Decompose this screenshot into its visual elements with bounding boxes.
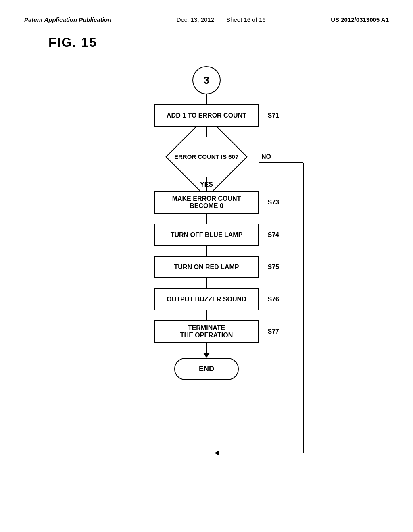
s73-container: MAKE ERROR COUNT BECOME 0 S73 bbox=[154, 191, 259, 214]
header-center: Dec. 13, 2012 Sheet 16 of 16 bbox=[177, 16, 266, 23]
s77-rect: TERMINATE THE OPERATION bbox=[154, 320, 259, 343]
page-header: Patent Application Publication Dec. 13, … bbox=[24, 16, 389, 23]
s73-rect: MAKE ERROR COUNT BECOME 0 bbox=[154, 191, 259, 214]
s72-container: S72 ERROR COUNT IS 60? NO YES bbox=[166, 137, 247, 177]
connector-5 bbox=[206, 246, 207, 256]
s71-container: ADD 1 TO ERROR COUNT S71 bbox=[154, 104, 259, 127]
s75-rect: TURN ON RED LAMP bbox=[154, 256, 259, 278]
header-left: Patent Application Publication bbox=[24, 16, 111, 23]
connector-6 bbox=[206, 278, 207, 288]
s72-diamond: ERROR COUNT IS 60? bbox=[166, 137, 247, 177]
s76-label: S76 bbox=[268, 296, 279, 303]
s73-label: S73 bbox=[268, 199, 279, 206]
connector-7 bbox=[206, 310, 207, 320]
s75-label: S75 bbox=[268, 264, 279, 271]
s74-container: TURN OFF BLUE LAMP S74 bbox=[154, 224, 259, 246]
figure-title: FIG. 15 bbox=[48, 35, 389, 50]
s74-label: S74 bbox=[268, 231, 279, 239]
connector-4 bbox=[206, 214, 207, 224]
svg-marker-3 bbox=[215, 450, 219, 456]
s72-text: ERROR COUNT IS 60? bbox=[174, 153, 239, 161]
label-no: NO bbox=[261, 153, 271, 160]
header-date: Dec. 13, 2012 bbox=[177, 16, 214, 23]
header-sheet: Sheet 16 of 16 bbox=[226, 16, 266, 23]
flow-items: 3 ADD 1 TO ERROR COUNT S71 S72 ERROR COU… bbox=[65, 66, 348, 380]
connector-1 bbox=[206, 94, 207, 104]
connector-3 bbox=[206, 177, 207, 191]
s75-container: TURN ON RED LAMP S75 bbox=[154, 256, 259, 278]
flowchart-wrapper: 3 ADD 1 TO ERROR COUNT S71 S72 ERROR COU… bbox=[65, 66, 348, 380]
connector-2 bbox=[206, 127, 207, 137]
s77-container: TERMINATE THE OPERATION S77 bbox=[154, 320, 259, 343]
s71-label: S71 bbox=[268, 112, 279, 119]
s76-container: OUTPUT BUZZER SOUND S76 bbox=[154, 288, 259, 310]
connector-8 bbox=[206, 343, 207, 353]
start-circle: 3 bbox=[192, 66, 221, 94]
s74-rect: TURN OFF BLUE LAMP bbox=[154, 224, 259, 246]
header-patent: US 2012/0313005 A1 bbox=[331, 16, 389, 23]
s71-rect: ADD 1 TO ERROR COUNT bbox=[154, 104, 259, 127]
arrow-to-end bbox=[203, 353, 210, 358]
end-node: END bbox=[174, 358, 239, 380]
page: Patent Application Publication Dec. 13, … bbox=[0, 0, 413, 532]
s77-label: S77 bbox=[268, 328, 279, 335]
s76-rect: OUTPUT BUZZER SOUND bbox=[154, 288, 259, 310]
